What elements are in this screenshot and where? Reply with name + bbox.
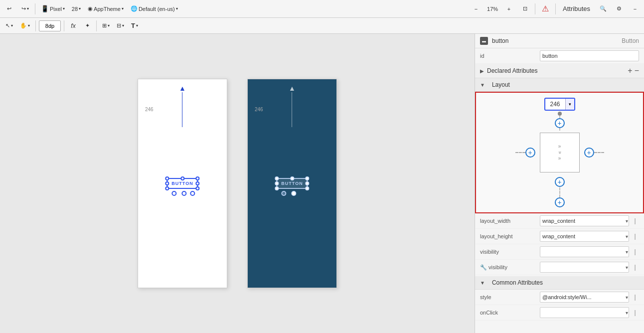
device-label: Pixel [50,6,62,12]
visibility-pin[interactable]: | [631,248,639,256]
warning-icon: ⚠ [542,4,549,13]
zoom-fit-icon: ⊡ [523,5,527,12]
button-label-light: BUTTON [171,181,193,186]
second-toolbar: ↖▾ ✋▾ fx ✦ ⊞▾ ⊟▾ T▾ [0,18,644,34]
fx-button[interactable]: fx [67,20,79,32]
margin-icon: ⊟ [117,22,121,29]
common-arrow-icon: ▼ [480,280,485,286]
onclick-label: onClick [480,310,540,316]
handle-mid-right-light[interactable] [196,181,200,185]
warning-button[interactable]: ⚠ [538,2,552,16]
visibility-wrench-select[interactable] [540,262,629,273]
undo-button[interactable]: ↩ [2,2,16,16]
constraint-left-plus[interactable]: + [525,148,535,158]
handle-mid-left-dark[interactable] [275,181,279,185]
onclick-select-container: ▾ [540,307,629,318]
style-select[interactable]: @android:style/Wi... [540,292,629,303]
zoom-in-button[interactable]: + [502,2,516,16]
redo-dropdown[interactable]: ↪▾ [18,2,32,16]
layout-height-select[interactable]: wrap_content [540,231,629,242]
layout-width-label: layout_width [480,218,540,224]
handle-top-right-dark[interactable] [306,176,310,180]
style-pin[interactable]: | [631,293,639,301]
align-dropdown[interactable]: ⊞▾ [100,20,112,32]
visibility-label: visibility [480,249,540,255]
layout-width-select[interactable]: wrap_content [540,215,629,226]
locale-icon: 🌐 [131,5,138,12]
theme-icon: ◉ [88,5,93,12]
api-label: 28 [72,6,78,12]
button-widget-light[interactable]: BUTTON [166,178,198,189]
layout-chevrons: » » » [558,144,561,162]
visibility-wrench-row: 🔧 visibility ▾ | [475,260,644,275]
api-selector[interactable]: 28 ▾ [69,2,83,16]
panel-minimize-button[interactable]: − [628,2,642,16]
pan-dropdown[interactable]: ✋▾ [17,20,32,32]
handle-top-left-dark[interactable] [275,176,279,180]
layout-arrow-icon: ▼ [480,82,485,88]
pan-icon: ✋ [20,22,27,29]
button-widget-dark[interactable]: BUTTON [276,178,308,189]
text-dropdown[interactable]: T▾ [129,20,141,32]
bottom-plus-btn[interactable]: + [555,197,565,207]
theme-selector[interactable]: ◉ AppTheme ▾ [85,2,126,16]
locale-selector[interactable]: 🌐 Default (en-us) ▾ [128,2,180,16]
constraint-top-plus[interactable]: + [555,118,565,128]
panel-search-icon: 🔍 [600,5,607,12]
constraint-bottom-plus[interactable]: + [555,177,565,187]
panel-settings-button[interactable]: ⚙ [612,2,626,16]
widget-name-label: button [492,37,508,44]
canvas-area[interactable]: ▲ 246 [0,34,475,333]
sep6 [96,20,97,31]
redo-arrow: ▾ [27,6,29,11]
panel-search-button[interactable]: 🔍 [596,2,610,16]
onclick-select[interactable] [540,307,629,318]
declared-remove-icon[interactable]: − [635,66,639,75]
layout-value-input[interactable]: ▾ [544,98,575,111]
handle-bot-left-dark[interactable] [275,186,279,190]
handle-mid-right-dark[interactable] [306,181,310,185]
attributes-panel: ▬ button Button id ▶ Declared Attributes… [475,34,644,333]
handle-top-mid-light[interactable] [180,176,184,180]
magic-button[interactable]: ✦ [81,20,93,32]
declared-attributes-section[interactable]: ▶ Declared Attributes + − [475,64,644,78]
zoom-fit-button[interactable]: ⊡ [518,2,532,16]
sep1 [35,3,35,14]
widget-icon-label: ▬ [482,39,486,43]
dp-input[interactable] [39,20,61,31]
constraint-right-plus[interactable]: + [584,148,594,158]
handle-bot-right-light[interactable] [196,186,200,190]
light-phone-mockup: ▲ 246 [138,79,227,288]
declared-actions: + − [628,66,639,75]
widget-header-row: ▬ button Button [475,34,644,48]
layout-dropdown-arrow[interactable]: ▾ [565,98,574,111]
id-input[interactable] [540,50,639,61]
handle-top-left-light[interactable] [165,176,169,180]
visibility-wrench-pin[interactable]: | [631,263,639,271]
common-attributes-section[interactable]: ▼ Common Attributes [475,276,644,290]
layout-section-header[interactable]: ▼ Layout [475,78,644,92]
dark-phone-mockup: ▲ 246 [247,79,337,288]
layout-box: ▾ » » » + + [505,98,615,207]
dim-246-dark: 246 [255,107,263,112]
zoom-value: 17% [485,6,500,12]
visibility-select[interactable] [540,246,629,257]
layout-number-input[interactable] [545,101,565,108]
device-selector[interactable]: 📱 Pixel ▾ [38,2,67,16]
undo-icon: ↩ [7,5,11,12]
layout-height-pin[interactable]: | [631,232,639,240]
margin-dropdown[interactable]: ⊟▾ [114,20,127,32]
panel-minimize-icon: − [634,6,637,12]
handle-top-mid-dark[interactable] [290,176,294,180]
layout-width-pin[interactable]: | [631,217,639,225]
select-dropdown[interactable]: ↖▾ [3,20,15,32]
handle-top-right-light[interactable] [196,176,200,180]
id-row: id [475,48,644,64]
handle-bot-right-dark[interactable] [306,186,310,190]
declared-add-icon[interactable]: + [628,66,632,75]
onclick-row: onClick ▾ | [475,305,644,321]
onclick-pin[interactable]: | [631,309,639,317]
handle-mid-left-light[interactable] [165,181,169,185]
zoom-out-button[interactable]: − [469,2,483,16]
handle-bot-left-light[interactable] [165,186,169,190]
